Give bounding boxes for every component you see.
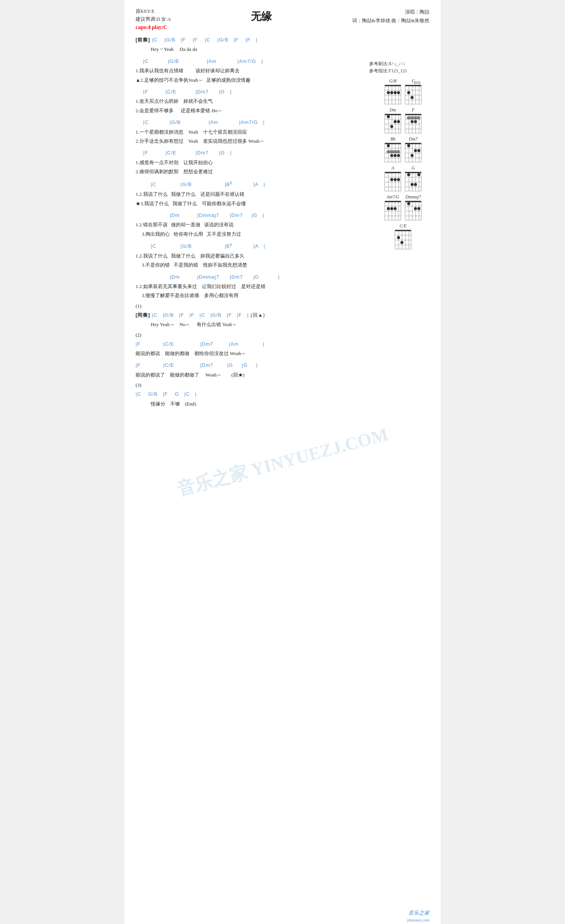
chorus4-lyrics2: 3.慢慢了解爱不是在比谁痛 多用心都没有用 [136, 291, 356, 300]
chorus2-lyrics1: 1.2.错在那不该 做的却一直做 该说的没有说 [136, 220, 356, 229]
chord-row-1: G/B [369, 78, 437, 104]
bridge1-chords1: |F |C/E |Dm7 |Am | [136, 340, 356, 348]
chord-am7g: Am7/G [385, 194, 401, 220]
main-content: [前奏] |C |G/B |F |F |C |G/B |F |F | Hey ~… [136, 35, 356, 408]
verse1c-lyrics2: 2.分手这念头妳有想过 Yeah 老实说我也想过很多 Woah～ [136, 137, 356, 145]
chord-c: C [405, 78, 421, 104]
section-chorus1: |C |G/B |Bb |A | 1.2.我说了什么 我做了什么 还是问题不在谁… [136, 180, 356, 208]
chord-g: G [405, 165, 421, 191]
chorus1-lyrics2: ★3.我说了什么 我做了什么 可能你都永远不会懂 [136, 199, 356, 208]
key-suggest: 建议男调:D 女:A [136, 15, 171, 23]
song-title: 无缘 [171, 8, 352, 32]
header-area: 原KEY:E 建议男调:D 女:A capo:4 play:C 无缘 演唱：陶喆… [136, 8, 429, 32]
interlude-chords: [间奏] |C |G/B |F |F |C |G/B |F |F | (回▲) [136, 311, 356, 319]
chord-row-2: Dm [369, 107, 437, 133]
verse1d-lyrics2: 2.难得但讽刺的默契 想想会更难过 [136, 167, 356, 176]
strum-info: 参考刷法:X↑↓_↓↑↓ 参考指法:T123_121 [369, 60, 437, 75]
header-right: 演唱：陶喆 词：陶喆&李焯雄 曲：陶喆&朱敬然 [352, 8, 429, 32]
verse1c-lyrics1: 1.一个星期都没妳消息 Yeah 十七个留言都没回应 [136, 128, 356, 136]
key-original: 原KEY:E [136, 8, 171, 15]
marker-3: (3) [136, 382, 356, 388]
section-chorus4: |Dm |Dmmaj7 |Dm7 |G | 1.2.如果装若无其事重头来过 让我… [136, 273, 356, 300]
strum-pattern: 参考刷法:X↑↓_↓↑↓ [369, 60, 437, 67]
section-intro: [前奏] |C |G/B |F |F |C |G/B |F |F | Hey ~… [136, 35, 356, 54]
chorus1-chords1: |C |G/B |Bb |A | [136, 180, 356, 189]
verse1b-chords1: |F |C/E |Dm7 |G | [136, 87, 356, 96]
verse1b-lyrics2: 2.会是爱得不够多 还是根本爱错 Ho～ [136, 106, 356, 115]
performer: 演唱：陶喆 [352, 8, 429, 16]
section-chorus2: |Dm |Dmmaj7 |Dm7 |G | 1.2.错在那不该 做的却一直做 该… [136, 211, 356, 238]
capo-line: capo:4 play:C [136, 23, 171, 32]
footer-url: yinyuezj.com [407, 918, 429, 922]
chord-a: A [385, 165, 401, 191]
section-interlude: [间奏] |C |G/B |F |F |C |G/B |F |F | (回▲) … [136, 311, 356, 329]
section-verse1d: |F |C/E |Dm7 |G | 1.感觉有一点不对劲 让我开始担心 2.难得… [136, 148, 356, 176]
chorus2-lyrics2: 3.掏出我的心 给你有什么用 又不是没努力过 [136, 230, 356, 238]
lyricist: 词：陶喆&李焯雄 曲：陶喆&朱敬然 [352, 16, 429, 25]
chord-f: F [405, 107, 421, 133]
verse1d-lyrics1: 1.感觉有一点不对劲 让我开始担心 [136, 158, 356, 167]
intro-chords: [前奏] |C |G/B |F |F |C |G/B |F |F | [136, 35, 356, 44]
section-verse1b: |F |C/E |Dm7 |G | 1.改天买点什么哄妳 妳就不会生气 2.会是… [136, 87, 356, 115]
page: 音乐之家 YINYUEZJ.COM 原KEY:E 建议男调:D 女:A capo… [124, 0, 441, 924]
chord-diagrams: G/B [369, 78, 437, 249]
chord-gb: G/B [385, 78, 401, 104]
chord-row-3: Bb [369, 136, 437, 162]
verse1a-lyrics1: 1.我承认我也有点情绪 该好好谈却让妳离去 [136, 66, 356, 75]
chord-row-4: A G [369, 165, 437, 191]
section-chorus3: |C |G/B |Bb |A | 1.2.我说了什么 我做了什么 妳我还要骗自己… [136, 241, 356, 270]
verse1a-chords1: |C |G/B |Am |Am7/G | [136, 57, 356, 66]
chorus1-lyrics1: 1.2.我说了什么 我做了什么 还是问题不在谁认错 [136, 190, 356, 198]
chord-dmmaj7: Dmmaj7 [405, 194, 421, 220]
header-left: 原KEY:E 建议男调:D 女:A capo:4 play:C [136, 8, 171, 32]
section-verse1c: |C |G/B |Am |Am7/G | 1.一个星期都没妳消息 Yeah 十七… [136, 118, 356, 145]
chorus3-lyrics2: 3.不是你的错 不是我的错 怪妳不如我先想清楚 [136, 261, 356, 269]
chord-row-6: C/E [369, 223, 437, 249]
finger-pattern: 参考指法:T123_121 [369, 67, 437, 75]
interlude-lyrics: Hey Yeah～ No～ 有什么出错 Yeah～ [136, 320, 356, 329]
footer-logo: 音乐之家 [408, 910, 429, 916]
verse1a-lyrics2: ▲2.足够的技巧不去争执Yeah～ 足够的成熟但没情趣 [136, 76, 356, 84]
verse1d-chords1: |F |C/E |Dm7 |G | [136, 148, 356, 157]
chord-dm: Dm [385, 107, 401, 133]
bridge1-lyrics1: 能说的都说 能做的都做 都给你但没改过 Woah～ [136, 349, 356, 358]
chorus3-lyrics1: 1.2.我说了什么 我做了什么 妳我还要骗自己多久 [136, 252, 356, 260]
outro-lyrics: 怪缘分 不够 (End) [136, 399, 356, 408]
chord-row-5: Am7/G D [369, 194, 437, 220]
right-panel: 参考刷法:X↑↓_↓↑↓ 参考指法:T123_121 G/B [369, 60, 437, 249]
chorus4-lyrics1: 1.2.如果装若无其事重头来过 让我们比较好过 是对还是错 [136, 282, 356, 291]
verse1c-chords1: |C |G/B |Am |Am7/G | [136, 118, 356, 127]
section-outro: |C G/B |F G |C | 怪缘分 不够 (End) [136, 390, 356, 408]
intro-lyrics: Hey ~ Yeah Da da da [136, 45, 356, 53]
section-bridge2: |F |C/E |Dm7 |G |G | 能说的都说了 能做的都做了 Woah～… [136, 361, 356, 379]
chorus4-chords1: |Dm |Dmmaj7 |Dm7 |G | [136, 273, 356, 281]
chorus3-chords1: |C |G/B |Bb |A | [136, 241, 356, 251]
watermark: 音乐之家 YINYUEZJ.COM [174, 422, 391, 502]
chord-bb: Bb [385, 136, 401, 162]
marker-2: (2) [136, 332, 356, 338]
marker-1: (1) [136, 303, 356, 309]
outro-chords: |C G/B |F G |C | [136, 390, 356, 398]
bridge2-lyrics1: 能说的都说了 能做的都做了 Woah～ (回★) [136, 371, 356, 379]
section-bridge1: |F |C/E |Dm7 |Am | 能说的都说 能做的都做 都给你但没改过 W… [136, 340, 356, 358]
bridge2-chords1: |F |C/E |Dm7 |G |G | [136, 361, 356, 369]
chorus2-chords1: |Dm |Dmmaj7 |Dm7 |G | [136, 211, 356, 220]
section-verse1a: |C |G/B |Am |Am7/G | 1.我承认我也有点情绪 该好好谈却让妳… [136, 57, 356, 84]
chord-dm7: Dm7 [405, 136, 421, 162]
chord-ce: C/E [395, 223, 411, 249]
verse1b-lyrics1: 1.改天买点什么哄妳 妳就不会生气 [136, 97, 356, 105]
